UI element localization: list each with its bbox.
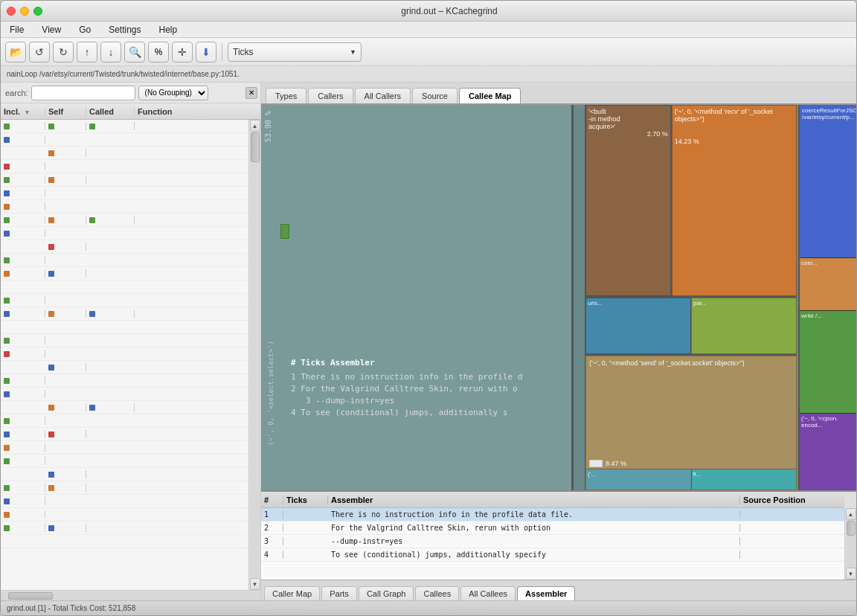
treemap-cell-recv[interactable]: ('~', 0, '<method 'recv' of '_socket obj… — [672, 105, 797, 296]
table-row[interactable] — [1, 428, 248, 441]
bottom-table-row[interactable]: 1 There is no instruction info in the pr… — [261, 508, 844, 522]
tab-source[interactable]: Source — [412, 88, 458, 103]
tab-types[interactable]: Types — [266, 88, 306, 103]
bottom-scroll-up[interactable]: ▲ — [846, 508, 856, 520]
table-row[interactable] — [1, 307, 248, 321]
treemap-cell-fl[interactable]: fl... — [692, 469, 797, 490]
treemap-cell-send[interactable]: ('~', 0, "<method 'send' of '_socket.soc… — [585, 356, 797, 490]
menu-help[interactable]: Help — [156, 23, 181, 36]
left-hscrollbar[interactable] — [1, 590, 260, 600]
zoom-out-button[interactable]: 🔍 — [124, 42, 145, 62]
table-row[interactable] — [1, 214, 248, 227]
table-row[interactable] — [1, 401, 248, 414]
table-row[interactable] — [1, 173, 248, 187]
menu-view[interactable]: View — [39, 23, 64, 36]
table-row[interactable] — [1, 481, 248, 495]
table-row[interactable] — [1, 294, 248, 307]
table-row[interactable] — [1, 200, 248, 214]
bottom-table-row[interactable]: 2 For the Valgrind Calltree Skin, rerun … — [261, 522, 844, 535]
bottom-col-header-src[interactable]: Source Position — [740, 495, 844, 504]
table-row[interactable] — [1, 522, 248, 535]
table-row[interactable] — [1, 280, 248, 294]
table-row[interactable] — [1, 160, 248, 173]
table-row[interactable] — [1, 468, 248, 481]
treemap-section[interactable]: '<built-in methodacquire>'2.70 % ('~', 0… — [585, 105, 797, 490]
bottom-scroll-down[interactable]: ▼ — [846, 568, 856, 580]
asm-table: # Ticks Assembler 1 There is no instruct… — [291, 358, 522, 420]
bottom-col-header-ticks[interactable]: Ticks — [283, 495, 328, 504]
menu-settings[interactable]: Settings — [106, 23, 144, 36]
tab-caller-map[interactable]: Caller Map — [264, 586, 320, 600]
forward-button[interactable]: ↻ — [53, 42, 74, 62]
asm-header: # Ticks Assembler — [291, 358, 522, 368]
bottom-col-header-asm[interactable]: Assembler — [328, 495, 740, 504]
table-row[interactable] — [1, 374, 248, 388]
open-button[interactable]: 📂 — [5, 42, 26, 62]
bottom-scrollbar[interactable]: ▲ ▼ — [844, 508, 856, 580]
table-row[interactable] — [1, 254, 248, 267]
table-row[interactable] — [1, 455, 248, 468]
left-scrollbar[interactable]: ▲ ▼ — [248, 120, 260, 590]
bottom-scroll-thumb[interactable] — [847, 521, 856, 536]
tab-callee-map[interactable]: Callee Map — [459, 88, 521, 103]
move-button[interactable]: ✛ — [172, 42, 193, 62]
maximize-button[interactable] — [33, 7, 42, 16]
grouping-dropdown[interactable]: (No Grouping) — [138, 86, 208, 100]
treemap-cell-builtin[interactable]: '<built-in methodacquire>'2.70 % — [585, 105, 672, 296]
col-header-function[interactable]: Function — [135, 107, 260, 116]
table-row[interactable] — [1, 361, 248, 374]
col-header-called[interactable]: Called — [86, 107, 135, 116]
bottom-col-header-num[interactable]: # — [261, 495, 283, 504]
bottom-table-row[interactable]: 3 --dump-instr=yes — [261, 535, 844, 548]
col-header-incl[interactable]: Incl. ▼ — [1, 107, 45, 116]
treemap-cell-par[interactable]: par... — [691, 298, 797, 354]
treemap-cell-tilde[interactable]: ('... — [586, 469, 692, 490]
treemap-cell-write[interactable]: write /... — [800, 311, 856, 414]
up-button[interactable]: ↑ — [77, 42, 97, 62]
table-row[interactable] — [1, 321, 248, 334]
search-input[interactable] — [31, 86, 135, 100]
tab-parts[interactable]: Parts — [321, 586, 357, 600]
tab-all-callees[interactable]: All Callees — [460, 586, 516, 600]
scroll-thumb[interactable] — [251, 132, 260, 162]
table-row[interactable] — [1, 147, 248, 160]
menu-file[interactable]: File — [7, 23, 27, 36]
tab-assembler[interactable]: Assembler — [517, 586, 575, 600]
table-row[interactable] — [1, 133, 248, 147]
table-row[interactable] — [1, 227, 248, 240]
treemap-cell-coer[interactable]: coer... — [800, 258, 856, 311]
table-row[interactable] — [1, 441, 248, 455]
metric-dropdown[interactable]: Ticks ▼ — [228, 42, 362, 62]
tab-callers[interactable]: Callers — [308, 88, 353, 103]
treemap-cell-cjson[interactable]: ('~, 0, '<cjson. encod... — [800, 414, 856, 490]
hscroll-thumb[interactable] — [8, 592, 53, 600]
refresh-button[interactable]: ⬇ — [196, 42, 216, 62]
col-header-self[interactable]: Self — [45, 107, 86, 116]
treemap-cell-urls[interactable]: urls... — [585, 298, 691, 354]
table-row[interactable] — [1, 347, 248, 361]
table-row[interactable] — [1, 334, 248, 347]
menu-go[interactable]: Go — [76, 23, 94, 36]
table-row[interactable] — [1, 535, 248, 548]
treemap-cell-coerce[interactable]: coerceResultForJSON /var/etsy/current/p.… — [800, 105, 856, 258]
tab-all-callers[interactable]: All Callers — [355, 88, 411, 103]
table-row[interactable] — [1, 388, 248, 401]
table-row[interactable] — [1, 120, 248, 133]
bottom-table-row[interactable]: 4 To see (conditional) jumps, additional… — [261, 548, 844, 562]
table-row[interactable] — [1, 187, 248, 200]
close-button[interactable] — [7, 7, 16, 16]
table-row[interactable] — [1, 240, 248, 254]
table-row[interactable] — [1, 414, 248, 428]
tab-callees[interactable]: Callees — [415, 586, 459, 600]
scroll-up-button[interactable]: ▲ — [250, 120, 260, 132]
back-button[interactable]: ↺ — [29, 42, 50, 62]
tab-call-graph[interactable]: Call Graph — [359, 586, 414, 600]
minimize-button[interactable] — [20, 7, 29, 16]
percent-button[interactable]: % — [148, 42, 169, 62]
scroll-down-button[interactable]: ▼ — [250, 578, 260, 590]
table-row[interactable] — [1, 508, 248, 522]
down-button[interactable]: ↓ — [100, 42, 121, 62]
table-row[interactable] — [1, 495, 248, 508]
close-panel-button[interactable]: ✕ — [245, 87, 257, 99]
table-row[interactable] — [1, 267, 248, 280]
